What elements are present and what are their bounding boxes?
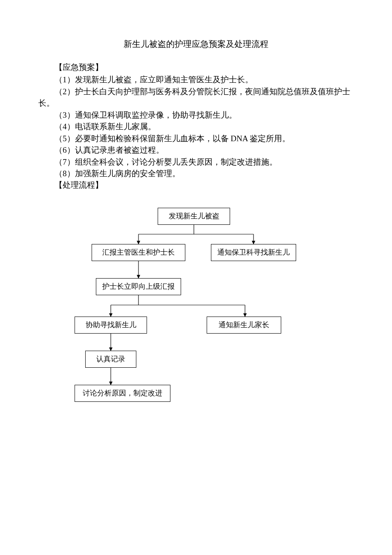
page-title: 新生儿被盗的护理应急预案及处理流程 [38, 38, 354, 50]
plan-item-3: （3）通知保卫科调取监控录像，协助寻找新生儿。 [38, 109, 354, 121]
plan-item-7: （7）组织全科会议，讨论分析婴儿丢失原因，制定改进措施。 [38, 156, 354, 168]
plan-item-2-text: （2）护士长白天向护理部与医务科及分管院长汇报，夜间通知院总值班及值班护士长。 [38, 87, 350, 108]
flow-box-assist-search: 协助寻找新生儿 [75, 317, 147, 334]
document-page: 新生儿被盗的护理应急预案及处理流程 【应急预案】 （1）发现新生儿被盗，应立即通… [0, 0, 392, 430]
plan-item-2: （2）护士长白天向护理部与医务科及分管院长汇报，夜间通知院总值班及值班护士长。 [38, 86, 354, 109]
plan-item-5: （5）必要时通知检验科保留新生儿血标本，以备 DNA 鉴定所用。 [38, 133, 354, 145]
plan-item-1: （1）发现新生儿被盗，应立即通知主管医生及护士长。 [38, 74, 354, 86]
plan-item-4: （4）电话联系新生儿家属。 [38, 121, 354, 133]
section-label-emergency: 【应急预案】 [38, 62, 354, 73]
flow-box-record: 认真记录 [85, 351, 136, 368]
plan-item-8: （8）加强新生儿病房的安全管理。 [38, 168, 354, 180]
section-label-flow: 【处理流程】 [38, 180, 354, 191]
flow-box-analyze: 讨论分析原因，制定改进 [75, 385, 170, 402]
flow-box-notify-security: 通知保卫科寻找新生儿 [211, 244, 296, 261]
plan-item-6: （6）认真记录患者被盗过程。 [38, 144, 354, 156]
flow-box-report-doctor: 汇报主管医生和护士长 [92, 244, 185, 261]
flow-box-report-superior: 护士长立即向上级汇报 [96, 278, 181, 295]
flow-box-discover: 发现新生儿被盗 [158, 208, 230, 225]
flow-box-notify-parents: 通知新生儿家长 [207, 317, 281, 334]
flowchart: 发现新生儿被盗 汇报主管医生和护士长 通知保卫科寻找新生儿 护士长立即向上级汇报… [75, 208, 313, 430]
